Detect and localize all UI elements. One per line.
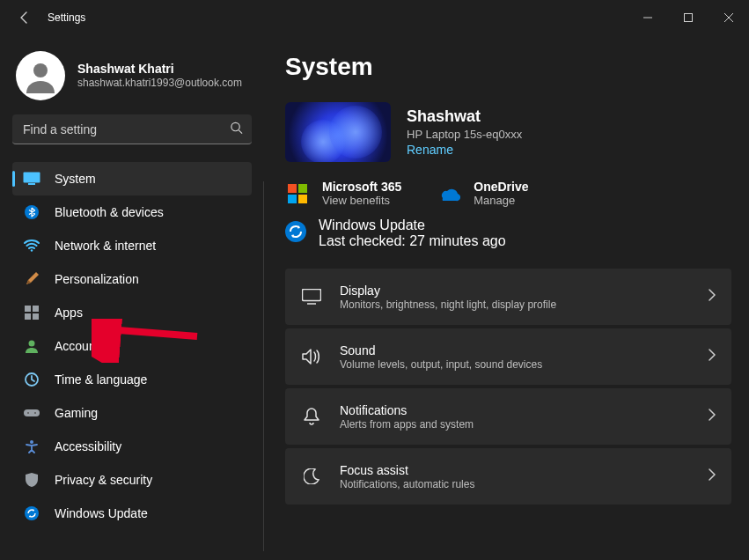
service-title: Microsoft 365 [322,180,401,194]
search-box[interactable] [12,114,252,144]
close-button[interactable] [709,0,749,35]
wifi-icon [23,237,40,254]
services-row: Microsoft 365 View benefits OneDrive Man… [285,180,731,207]
chevron-right-icon [709,349,716,365]
service-title: OneDrive [474,180,528,194]
svg-rect-5 [24,173,40,183]
sidebar-item-accounts[interactable]: Accounts [12,329,252,363]
content-area: System Shashwat HP Laptop 15s-eq0xxx Ren… [264,35,749,560]
sidebar-item-apps[interactable]: Apps [12,296,252,329]
card-title: Focus assist [340,463,691,477]
card-notifications[interactable]: Notifications Alerts from apps and syste… [285,388,731,445]
svg-point-2 [33,63,48,77]
card-title: Display [340,284,691,298]
nav-list: System Bluetooth & devices Network & int… [12,162,252,530]
card-title: Sound [340,343,691,357]
service-sub: Manage [474,194,528,207]
device-name: Shashwat [407,107,522,126]
card-title: Notifications [340,403,691,417]
sidebar-item-accessibility[interactable]: Accessibility [12,430,252,463]
card-sub: Monitors, brightness, night light, displ… [340,298,691,311]
card-sub: Notifications, automatic rules [340,478,691,490]
service-windows-update[interactable]: Windows Update Last checked: 27 minutes … [285,217,731,249]
svg-rect-9 [25,306,31,312]
svg-rect-20 [288,184,297,193]
sidebar-item-network[interactable]: Network & internet [12,229,252,262]
maximize-button[interactable] [668,0,709,35]
sidebar: Shashwat Khatri shashwat.khatri1993@outl… [0,35,264,560]
sidebar-item-label: Accessibility [55,439,121,453]
card-focus-assist[interactable]: Focus assist Notifications, automatic ru… [285,448,731,505]
sidebar-item-label: Windows Update [55,506,148,520]
windows-update-icon [285,221,306,246]
clock-icon [23,371,40,388]
sidebar-item-system[interactable]: System [12,162,252,195]
sidebar-item-time[interactable]: Time & language [12,363,252,396]
search-input[interactable] [12,114,252,144]
svg-point-24 [285,221,306,242]
display-icon [301,286,322,307]
profile-block[interactable]: Shashwat Khatri shashwat.khatri1993@outl… [12,49,252,114]
settings-cards: Display Monitors, brightness, night ligh… [285,269,731,505]
bluetooth-icon [23,203,40,221]
page-title: System [285,53,731,81]
svg-line-4 [239,130,242,134]
sidebar-item-bluetooth[interactable]: Bluetooth & devices [12,195,252,229]
svg-point-8 [31,249,33,251]
sidebar-item-update[interactable]: Windows Update [12,497,252,530]
onedrive-icon [437,181,461,206]
device-model: HP Laptop 15s-eq0xxx [407,128,522,141]
service-title: Windows Update [319,217,506,233]
sidebar-item-label: Accounts [55,339,106,353]
sidebar-item-privacy[interactable]: Privacy & security [12,463,252,497]
svg-point-13 [29,341,35,347]
sidebar-item-gaming[interactable]: Gaming [12,396,252,430]
sidebar-item-label: System [55,172,96,186]
svg-rect-11 [25,313,31,320]
sidebar-item-label: Personalization [55,272,139,286]
titlebar: Settings [0,0,749,35]
device-block: Shashwat HP Laptop 15s-eq0xxx Rename [285,102,731,162]
svg-rect-23 [298,195,307,203]
apps-icon [23,304,40,321]
profile-name: Shashwat Khatri [77,61,242,77]
card-sound[interactable]: Sound Volume levels, output, input, soun… [285,328,731,385]
svg-rect-21 [298,184,307,193]
sound-icon [301,346,322,367]
brush-icon [23,270,40,288]
svg-rect-22 [288,195,297,203]
gaming-icon [23,404,40,422]
chevron-right-icon [709,409,716,424]
svg-rect-1 [685,14,693,22]
sidebar-item-label: Time & language [55,372,147,387]
svg-rect-25 [303,290,321,301]
chevron-right-icon [709,468,716,484]
svg-point-17 [34,412,36,414]
sidebar-item-label: Gaming [55,406,98,420]
device-wallpaper [285,102,391,162]
sidebar-item-label: Privacy & security [55,473,152,487]
moon-icon [301,466,322,487]
window-title: Settings [48,11,85,24]
card-display[interactable]: Display Monitors, brightness, night ligh… [285,269,731,325]
svg-point-16 [27,412,29,414]
search-icon [230,122,243,138]
minimize-button[interactable] [628,0,668,35]
svg-rect-10 [33,306,39,312]
service-m365[interactable]: Microsoft 365 View benefits [285,180,401,207]
accessibility-icon [23,438,40,455]
service-onedrive[interactable]: OneDrive Manage [437,180,528,207]
svg-point-18 [30,440,33,444]
service-sub: Last checked: 27 minutes ago [319,233,506,249]
window-controls [628,0,749,35]
system-icon [23,170,40,188]
chevron-right-icon [709,289,716,305]
svg-rect-15 [24,409,40,416]
bell-icon [301,406,322,427]
back-button[interactable] [7,0,42,35]
sidebar-item-personalization[interactable]: Personalization [12,262,252,296]
rename-link[interactable]: Rename [407,143,453,157]
sidebar-item-label: Apps [55,306,83,320]
card-sub: Alerts from apps and system [340,418,691,431]
svg-point-19 [25,506,39,520]
